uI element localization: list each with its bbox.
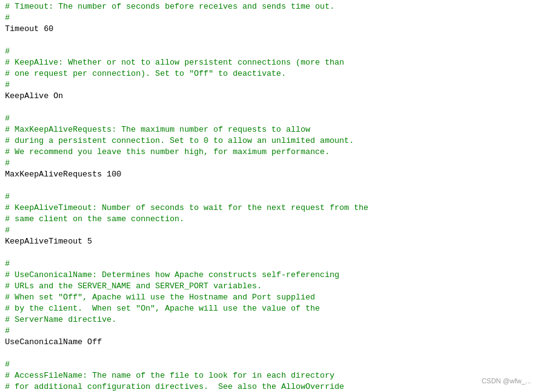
- code-line: # one request per connection). Set to "O…: [5, 69, 286, 78]
- code-line: #: [5, 226, 10, 235]
- code-line: Timeout 60: [5, 24, 53, 34]
- code-line: # ServerName directive.: [5, 315, 116, 324]
- code-line: # We recommend you leave this number hig…: [5, 147, 330, 157]
- code-line: # for additional configuration directive…: [5, 382, 344, 391]
- code-line: #: [5, 259, 10, 268]
- code-line: MaxKeepAliveRequests 100: [5, 170, 121, 179]
- code-line: # URLs and the SERVER_NAME and SERVER_PO…: [5, 281, 261, 291]
- code-line: # When set "Off", Apache will use the Ho…: [5, 293, 315, 302]
- code-line: # same client on the same connection.: [5, 214, 184, 224]
- code-block: # Timeout: The number of seconds before …: [0, 0, 536, 392]
- code-line: #: [5, 360, 10, 369]
- code-line: KeepAliveTimeout 5: [5, 237, 92, 246]
- watermark: CSDN @wfw_...: [481, 377, 531, 385]
- code-line: # UseCanonicalName: Determines how Apach…: [5, 270, 339, 280]
- code-line: #: [5, 80, 10, 89]
- code-line: # AccessFileName: The name of the file t…: [5, 371, 335, 380]
- code-line: #: [5, 192, 10, 201]
- code-line: UseCanonicalName Off: [5, 337, 102, 347]
- code-line: # Timeout: The number of seconds before …: [5, 2, 335, 11]
- code-line: #: [5, 326, 10, 335]
- code-line: KeepAlive On: [5, 91, 63, 101]
- code-line: # KeepAlive: Whether or not to allow per…: [5, 58, 344, 67]
- code-line: # by the client. When set "On", Apache w…: [5, 304, 320, 313]
- code-line: #: [5, 114, 10, 123]
- code-line: #: [5, 47, 10, 56]
- code-line: # KeepAliveTimeout: Number of seconds to…: [5, 203, 368, 212]
- code-line: # during a persistent connection. Set to…: [5, 136, 354, 145]
- code-container: # Timeout: The number of seconds before …: [0, 0, 536, 392]
- code-line: # MaxKeepAliveRequests: The maximum numb…: [5, 125, 310, 134]
- code-line: #: [5, 158, 10, 168]
- code-line: #: [5, 13, 10, 22]
